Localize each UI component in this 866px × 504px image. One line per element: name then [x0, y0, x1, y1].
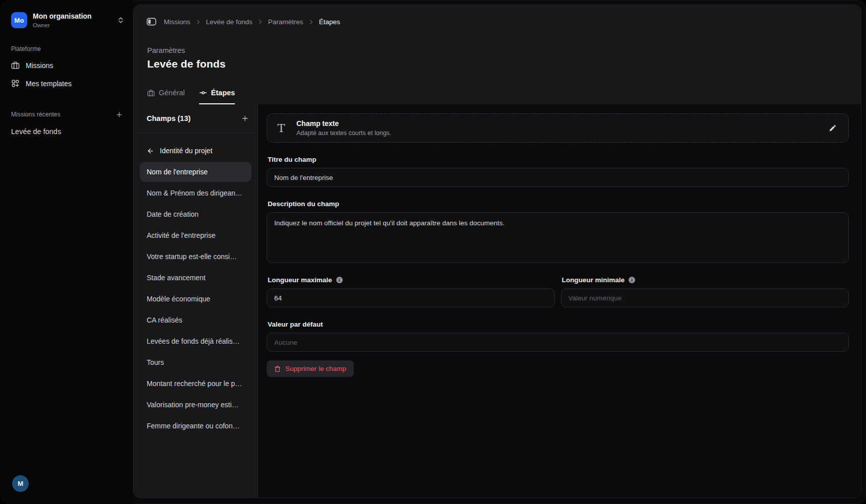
breadcrumb-item[interactable]: Levée de fonds — [206, 18, 253, 26]
briefcase-icon — [11, 61, 20, 70]
field-item[interactable]: Modèle économique — [140, 289, 252, 309]
sidebar-toggle-icon[interactable] — [147, 18, 156, 26]
field-item[interactable]: CA réalisés — [140, 310, 252, 330]
add-mission-button[interactable] — [115, 111, 123, 118]
chevron-right-icon — [308, 19, 314, 25]
text-field-type-icon: T — [275, 122, 288, 134]
field-list: Nom de l'entrepriseNom & Prénom des diri… — [140, 162, 252, 436]
field-item[interactable]: Nom de l'entreprise — [140, 162, 252, 182]
chevron-updown-icon[interactable] — [117, 17, 124, 24]
field-item[interactable]: Femme dirigeante ou cofon… — [140, 416, 252, 436]
field-item[interactable]: Stade avancement — [140, 268, 252, 288]
arrow-left-icon — [147, 147, 154, 155]
breadcrumb-item-current: Étapes — [319, 18, 340, 26]
sidebar-item-missions[interactable]: Missions — [0, 56, 133, 75]
field-item[interactable]: Nom & Prénom des dirigean… — [140, 183, 252, 203]
max-length-input[interactable] — [267, 288, 555, 307]
chevron-right-icon — [196, 19, 201, 25]
field-type-subtitle: Adapté aux textes courts et longs. — [296, 130, 391, 137]
recent-mission-levee-de-fonds[interactable]: Levée de fonds — [0, 124, 133, 139]
min-length-input[interactable] — [561, 288, 849, 307]
org-switcher[interactable]: Mo Mon organisation Owner — [0, 0, 133, 29]
default-value-input[interactable] — [267, 333, 849, 352]
field-item[interactable]: Activité de l'entreprise — [140, 225, 252, 245]
steps-icon — [199, 89, 207, 97]
sidebar-item-label: Mes templates — [26, 80, 72, 88]
add-field-button[interactable] — [241, 114, 249, 122]
breadcrumb-item[interactable]: Paramètres — [268, 18, 303, 26]
recent-missions-label: Missions récentes — [11, 111, 60, 118]
field-item[interactable]: Valorisation pre-money esti… — [140, 395, 252, 415]
field-description-textarea[interactable]: Indiquez le nom officiel du projet tel q… — [267, 212, 849, 263]
field-item[interactable]: Montant recherché pour le p… — [140, 373, 252, 394]
tab-bar: Général Étapes — [147, 89, 848, 104]
field-title-label: Titre du champ — [268, 156, 849, 163]
info-icon[interactable]: i — [336, 277, 343, 283]
field-type-title: Champ texte — [296, 119, 391, 128]
default-value-label: Valeur par défaut — [268, 321, 849, 328]
org-role: Owner — [33, 22, 92, 29]
delete-field-label: Supprimer le champ — [285, 365, 346, 372]
field-item[interactable]: Tours — [140, 352, 252, 372]
sidebar-item-templates[interactable]: Mes templates — [0, 75, 133, 93]
field-item[interactable]: Levées de fonds déjà réalis… — [140, 331, 252, 351]
field-title-input[interactable] — [267, 168, 849, 187]
briefcase-icon — [147, 89, 155, 97]
sidebar: Mo Mon organisation Owner Plateforme Mis… — [0, 0, 133, 504]
page-eyebrow: Paramètres — [147, 46, 848, 54]
templates-icon — [11, 79, 20, 88]
tab-general[interactable]: Général — [147, 89, 185, 104]
delete-field-button[interactable]: Supprimer le champ — [267, 360, 354, 377]
user-avatar[interactable]: M — [12, 475, 29, 492]
field-description-label: Description du champ — [268, 200, 849, 208]
field-editor: T Champ texte Adapté aux textes courts e… — [258, 104, 861, 497]
platform-section-label: Plateforme — [0, 45, 133, 52]
max-length-label: Longueur maximale — [268, 276, 332, 284]
field-item[interactable]: Date de création — [140, 204, 252, 224]
sidebar-item-label: Missions — [26, 61, 53, 70]
breadcrumb-item[interactable]: Missions — [164, 18, 191, 26]
fields-panel-title: Champs (13) — [147, 114, 191, 122]
pencil-icon — [829, 124, 837, 132]
app-window: Mo Mon organisation Owner Plateforme Mis… — [0, 0, 866, 504]
chevron-right-icon — [258, 19, 263, 25]
fields-panel: Champs (13) Identité du — [134, 104, 258, 497]
tab-label: Général — [159, 89, 185, 97]
tab-label: Étapes — [211, 89, 235, 97]
field-type-card: T Champ texte Adapté aux textes courts e… — [267, 113, 849, 143]
org-avatar: Mo — [11, 12, 27, 28]
info-icon[interactable]: i — [629, 277, 635, 283]
edit-field-type-button[interactable] — [824, 119, 841, 137]
org-name: Mon organisation — [33, 12, 92, 21]
main-content: Missions Levée de fonds Paramètres Étape… — [133, 5, 861, 498]
field-group-label: Identité du projet — [160, 147, 212, 155]
field-group-back[interactable]: Identité du projet — [140, 144, 252, 158]
breadcrumb: Missions Levée de fonds Paramètres Étape… — [147, 18, 848, 26]
content-header: Missions Levée de fonds Paramètres Étape… — [134, 5, 861, 104]
trash-icon — [274, 365, 281, 372]
field-item[interactable]: Votre startup est-elle consi… — [140, 246, 252, 267]
page-title: Levée de fonds — [147, 58, 848, 70]
min-length-label: Longueur minimale — [562, 276, 625, 284]
tab-etapes[interactable]: Étapes — [199, 89, 235, 104]
